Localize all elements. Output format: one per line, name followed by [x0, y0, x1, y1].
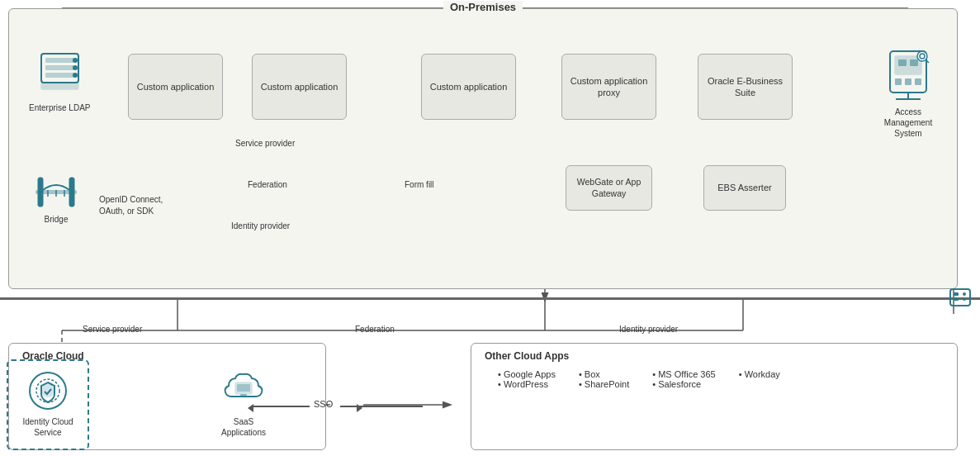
- svg-rect-61: [240, 394, 247, 397]
- other-cloud-label: Other Cloud Apps: [485, 350, 569, 362]
- svg-rect-40: [69, 178, 74, 207]
- service-provider-bottom-label: Service provider: [83, 325, 142, 334]
- federation-top-label: Federation: [248, 180, 287, 189]
- on-premises-label: On-Premises: [443, 1, 523, 13]
- openid-label: OpenID Connect, OAuth, or SDK: [99, 194, 173, 217]
- svg-rect-32: [45, 65, 74, 70]
- custom-app-3-label: Custom application: [430, 81, 508, 93]
- custom-app-proxy-box: Custom application proxy: [561, 54, 656, 120]
- cloud-app-sharepoint: • SharePoint: [579, 379, 629, 389]
- cloud-app-salesforce: • Salesforce: [652, 379, 715, 389]
- cloud-app-google: • Google Apps: [498, 369, 556, 379]
- svg-rect-48: [895, 78, 902, 85]
- svg-rect-60: [237, 384, 250, 392]
- svg-point-28: [963, 292, 966, 296]
- saas-apps-label: SaaS Applications: [211, 416, 277, 438]
- svg-rect-46: [898, 59, 907, 66]
- enterprise-ldap-icon: Enterprise LDAP: [29, 50, 90, 113]
- sso-line-right: [340, 406, 423, 407]
- cloud-app-box: • Box: [579, 369, 629, 379]
- svg-rect-27: [954, 297, 959, 301]
- custom-app-2-label: Custom application: [261, 81, 339, 93]
- service-provider-top-label: Service provider: [235, 139, 295, 148]
- svg-rect-33: [45, 73, 74, 78]
- cloud-app-office365: • MS Office 365: [652, 369, 715, 379]
- svg-point-29: [963, 297, 966, 301]
- enterprise-ldap-label: Enterprise LDAP: [29, 102, 90, 113]
- webgate-box: WebGate or App Gateway: [566, 165, 652, 211]
- svg-rect-50: [915, 78, 921, 85]
- saas-apps-icon: SaaS Applications: [211, 368, 277, 438]
- svg-point-37: [73, 73, 78, 78]
- svg-point-36: [73, 65, 78, 70]
- svg-rect-47: [910, 59, 918, 66]
- cloud-app-wordpress: • WordPress: [498, 379, 556, 389]
- form-fill-label: Form fill: [405, 180, 434, 189]
- access-mgmt-label: Access Management System: [871, 107, 945, 139]
- svg-point-35: [73, 58, 78, 63]
- webgate-label: WebGate or App Gateway: [571, 177, 646, 199]
- svg-rect-39: [38, 178, 43, 207]
- bridge-icon: Bridge: [31, 173, 81, 225]
- svg-rect-49: [905, 78, 911, 85]
- custom-app-1-label: Custom application: [137, 81, 215, 93]
- access-mgmt-icon: Access Management System: [871, 50, 945, 139]
- identity-cloud-dashed-border: [7, 359, 89, 450]
- custom-app-1-box: Custom application: [128, 54, 223, 120]
- oracle-ebs-box: Oracle E-Business Suite: [698, 54, 793, 120]
- custom-app-3-box: Custom application: [421, 54, 516, 120]
- custom-app-proxy-label: Custom application proxy: [567, 75, 651, 99]
- oracle-ebs-label: Oracle E-Business Suite: [703, 75, 787, 99]
- diagram-container: On-Premises Enterprise LDAP: [0, 0, 980, 456]
- identity-provider-top-label: Identity provider: [231, 221, 290, 230]
- server-icon: [948, 285, 973, 311]
- federation-bottom-label: Federation: [355, 325, 395, 334]
- ebs-asserter-box: EBS Asserter: [703, 165, 786, 211]
- sso-line-left: [252, 406, 310, 407]
- svg-rect-25: [950, 289, 970, 306]
- other-cloud-section: Other Cloud Apps: [471, 343, 958, 450]
- divider-line: [0, 297, 980, 300]
- cloud-apps-list: • Google Apps • WordPress • Box • ShareP…: [491, 368, 787, 391]
- svg-rect-26: [954, 292, 959, 296]
- svg-rect-34: [41, 83, 78, 89]
- svg-rect-31: [45, 58, 74, 63]
- ebs-asserter-label: EBS Asserter: [717, 182, 771, 193]
- identity-provider-bottom-label: Identity provider: [619, 325, 678, 334]
- bridge-label: Bridge: [45, 214, 69, 225]
- cloud-app-workday: • Workday: [739, 369, 780, 379]
- on-premises-section: On-Premises: [8, 8, 958, 289]
- sso-label: SSO: [314, 399, 333, 409]
- custom-app-2-box: Custom application: [252, 54, 347, 120]
